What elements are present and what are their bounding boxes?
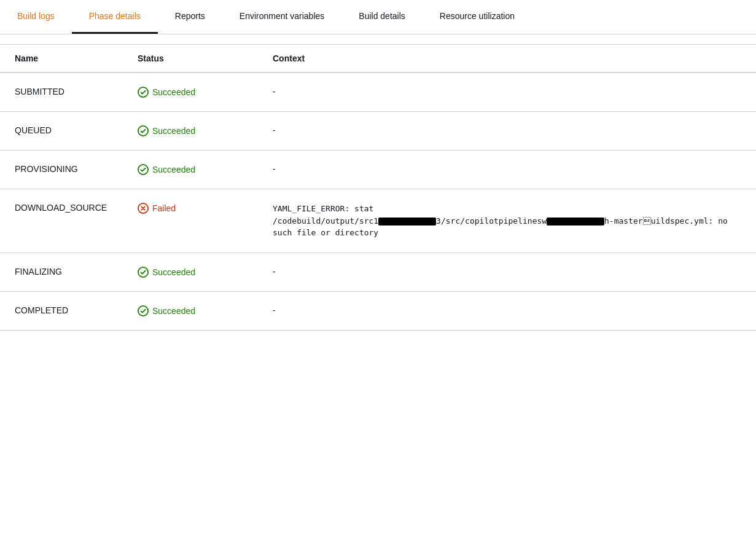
tab-build-logs[interactable]: Build logs [0, 0, 72, 34]
tab-build-details[interactable]: Build details [341, 0, 423, 34]
row-name: PROVISIONING [0, 151, 123, 189]
status-text: Succeeded [152, 126, 195, 136]
svg-point-1 [138, 126, 148, 136]
table-row: FINALIZING Succeeded - [0, 253, 756, 291]
status-text: Succeeded [152, 87, 195, 97]
check-circle-icon [138, 164, 149, 175]
row-context: - [258, 253, 756, 291]
x-circle-icon [138, 203, 149, 214]
svg-point-2 [138, 165, 148, 175]
redacted-text-2 [547, 218, 604, 226]
row-name: COMPLETED [0, 291, 123, 330]
row-context: - [258, 112, 756, 151]
status-succeeded: Succeeded [138, 164, 243, 175]
context-dash: - [273, 305, 276, 315]
row-context: YAML_FILE_ERROR: stat/codebuild/output/s… [258, 189, 756, 253]
header-status: Status [123, 45, 258, 73]
row-context: - [258, 73, 756, 112]
row-context: - [258, 151, 756, 189]
svg-point-5 [138, 305, 148, 315]
table-row: SUBMITTED Succeeded - [0, 73, 756, 112]
table-header-row: Name Status Context [0, 45, 756, 73]
context-dash: - [273, 125, 276, 135]
tab-resource-utilization[interactable]: Resource utilization [423, 0, 532, 34]
status-succeeded: Succeeded [138, 125, 243, 136]
svg-point-0 [138, 87, 148, 97]
row-name: SUBMITTED [0, 73, 123, 112]
status-failed: Failed [138, 203, 243, 214]
status-text: Succeeded [152, 165, 195, 175]
status-text: Succeeded [152, 267, 195, 277]
table-row: COMPLETED Succeeded - [0, 291, 756, 330]
redacted-text [378, 218, 436, 226]
svg-point-4 [138, 267, 148, 276]
header-name: Name [0, 45, 123, 73]
status-text: Failed [152, 203, 176, 213]
status-text: Succeeded [152, 306, 195, 316]
status-succeeded: Succeeded [138, 305, 243, 316]
context-dash: - [273, 87, 276, 96]
check-circle-icon [138, 267, 149, 278]
row-name: QUEUED [0, 112, 123, 151]
table-row: DOWNLOAD_SOURCE Failed YAML_FILE_ERROR: … [0, 189, 756, 253]
tab-reports[interactable]: Reports [158, 0, 222, 34]
check-circle-icon [138, 125, 149, 136]
check-circle-icon [138, 87, 149, 98]
row-status: Succeeded [123, 291, 258, 330]
tab-environment-variables[interactable]: Environment variables [222, 0, 342, 34]
tab-phase-details[interactable]: Phase details [72, 0, 158, 34]
check-circle-icon [138, 305, 149, 316]
context-dash: - [273, 164, 276, 174]
context-dash: - [273, 267, 276, 276]
row-name: FINALIZING [0, 253, 123, 291]
row-context: - [258, 291, 756, 330]
status-succeeded: Succeeded [138, 267, 243, 278]
row-status: Succeeded [123, 73, 258, 112]
table-row: QUEUED Succeeded - [0, 112, 756, 151]
row-status: Succeeded [123, 253, 258, 291]
row-name: DOWNLOAD_SOURCE [0, 189, 123, 253]
table-row: PROVISIONING Succeeded - [0, 151, 756, 189]
status-succeeded: Succeeded [138, 87, 243, 98]
phase-table: Name Status Context SUBMITTED Succeeded … [0, 44, 756, 331]
row-status: Succeeded [123, 151, 258, 189]
header-context: Context [258, 45, 756, 73]
row-status: Succeeded [123, 112, 258, 151]
tab-bar: Build logs Phase details Reports Environ… [0, 0, 756, 34]
context-error: YAML_FILE_ERROR: stat/codebuild/output/s… [273, 204, 728, 237]
main-content: Name Status Context SUBMITTED Succeeded … [0, 44, 756, 331]
row-status: Failed [123, 189, 258, 253]
